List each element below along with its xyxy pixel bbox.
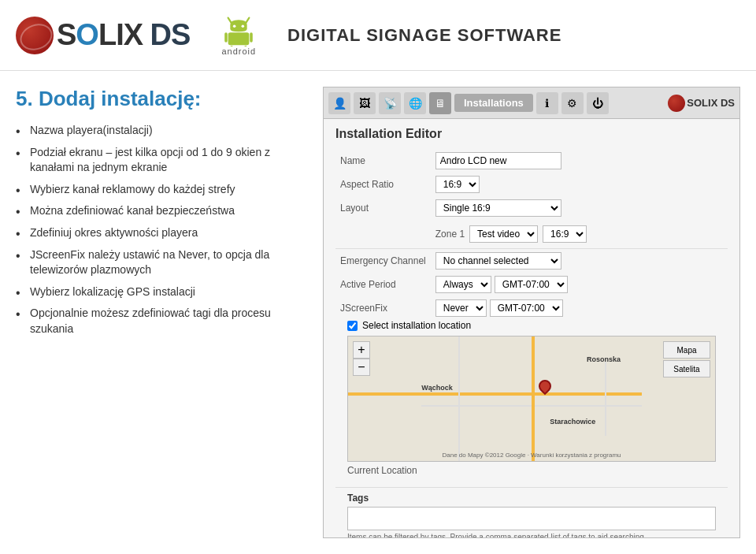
active-tz-select[interactable]: GMT-07:00 bbox=[495, 276, 568, 293]
list-item: Opcjonalnie możesz zdefiniować tagi dla … bbox=[16, 306, 307, 336]
installations-tab[interactable]: Installations bbox=[454, 94, 533, 112]
solix-ds: DS bbox=[150, 18, 191, 52]
solix-globe-small-icon bbox=[668, 95, 685, 112]
list-item: Można zdefiniować kanał bezpieczeństwa bbox=[16, 203, 307, 219]
zone-label: Zone 1 bbox=[435, 229, 465, 240]
svg-rect-6 bbox=[250, 32, 253, 42]
app-title: DIGITAL SIGNAGE SOFTWARE bbox=[287, 25, 561, 46]
active-period-select[interactable]: Always bbox=[435, 276, 491, 293]
android-area: android bbox=[221, 15, 256, 56]
jscreenfix-row: JScreenFix Never GMT-07:00 bbox=[335, 296, 728, 320]
header: S O LIX DS bbox=[0, 0, 756, 71]
svg-point-2 bbox=[233, 24, 236, 28]
solix-lix: LIX bbox=[98, 18, 143, 52]
solix-text: S bbox=[57, 18, 76, 52]
layout-value-cell: Single 16:9 bbox=[431, 196, 728, 220]
power-icon[interactable]: ⏻ bbox=[587, 92, 609, 114]
zone-empty-label bbox=[335, 220, 431, 249]
city-wachock: Wąchock bbox=[421, 384, 453, 392]
list-item: Podział ekranu – jest kilka opcji od 1 d… bbox=[16, 145, 307, 176]
solix-logo: S O LIX DS bbox=[16, 17, 190, 54]
emergency-row: Emergency Channel No channel selected bbox=[335, 249, 728, 273]
list-item: Wybierz lokalizację GPS instalacji bbox=[16, 284, 307, 300]
list-item: Wybierz kanał reklamowy do każdej strefy bbox=[16, 182, 307, 198]
right-panel: 👤 🖼 📡 🌐 🖥 Installations ℹ ⚙ ⏻ SOLIX DS I… bbox=[323, 87, 740, 538]
list-item: JScreenFix należy ustawić na Never, to o… bbox=[16, 247, 307, 278]
name-input[interactable] bbox=[435, 152, 561, 169]
name-row: Name bbox=[335, 149, 728, 173]
map-view-controls: Mapa Satelita bbox=[663, 341, 710, 377]
main-content: 5. Dodaj instalację: Nazwa playera(insta… bbox=[0, 71, 756, 554]
logo-globe-icon bbox=[16, 17, 54, 54]
zone-row: Zone 1 Test video 16:9 bbox=[335, 220, 728, 249]
android-label: android bbox=[221, 46, 256, 56]
map-marker bbox=[539, 380, 551, 396]
checkbox-row: Select installation location bbox=[347, 320, 716, 331]
name-label: Name bbox=[335, 149, 431, 173]
map-zoom-out-button[interactable]: − bbox=[353, 359, 370, 376]
left-panel: 5. Dodaj instalację: Nazwa playera(insta… bbox=[16, 87, 307, 538]
person-icon[interactable]: 👤 bbox=[328, 92, 350, 114]
rss-icon[interactable]: 📡 bbox=[379, 92, 401, 114]
map-section: Select installation location Wąchock Sta… bbox=[335, 320, 728, 487]
current-location-label: Current Location bbox=[347, 462, 716, 479]
tags-label: Tags bbox=[347, 488, 716, 507]
form-table: Name Aspect Ratio 16:9 4:3 bbox=[335, 149, 728, 320]
map-zoom-in-button[interactable]: + bbox=[353, 341, 370, 359]
aspect-ratio-label: Aspect Ratio bbox=[335, 173, 431, 196]
solix-o: O bbox=[76, 18, 98, 52]
map-view-button[interactable]: Mapa bbox=[663, 341, 710, 359]
city-starachowice: Starachowice bbox=[550, 418, 595, 426]
emergency-value-cell: No channel selected bbox=[431, 249, 728, 273]
name-value-cell bbox=[431, 149, 728, 173]
map-footer: Dane do Mapy ©2012 Google · Warunki korz… bbox=[442, 452, 621, 459]
settings-icon[interactable]: ⚙ bbox=[561, 92, 584, 114]
logo-area: S O LIX DS bbox=[16, 15, 561, 56]
info-icon[interactable]: ℹ bbox=[536, 92, 558, 114]
aspect-ratio-value-cell: 16:9 4:3 bbox=[431, 173, 728, 196]
slide-title: 5. Dodaj instalację: bbox=[16, 87, 307, 111]
active-period-row: Active Period Always GMT-07:00 bbox=[335, 273, 728, 296]
bullet-list: Nazwa playera(instalacji) Podział ekranu… bbox=[16, 123, 307, 337]
map-container[interactable]: Wąchock Starachowice Rosonska + − bbox=[347, 336, 716, 462]
active-period-cell: Always GMT-07:00 bbox=[431, 273, 728, 296]
checkbox-label: Select installation location bbox=[362, 320, 471, 331]
list-item: Zdefiniuj okres aktywności playera bbox=[16, 225, 307, 241]
svg-point-3 bbox=[242, 24, 245, 28]
layout-label: Layout bbox=[335, 196, 431, 220]
tags-input[interactable] bbox=[347, 507, 716, 530]
toolbar: 👤 🖼 📡 🌐 🖥 Installations ℹ ⚙ ⏻ SOLIX DS bbox=[324, 87, 739, 119]
city-rosonska: Rosonska bbox=[587, 355, 621, 363]
layout-row: Layout Single 16:9 bbox=[335, 196, 728, 220]
aspect-ratio-row: Aspect Ratio 16:9 4:3 bbox=[335, 173, 728, 196]
solix-small-text: SOLIX DS bbox=[687, 97, 735, 109]
svg-rect-5 bbox=[224, 32, 228, 42]
map-marker-pin bbox=[536, 377, 554, 396]
zone-ratio-select[interactable]: 16:9 bbox=[543, 225, 587, 243]
tags-hint: Items can be filtered by tags. Provide a… bbox=[347, 533, 716, 537]
aspect-ratio-select[interactable]: 16:9 4:3 bbox=[435, 176, 480, 193]
editor-title: Installation Editor bbox=[335, 127, 728, 141]
jscreenfix-select[interactable]: Never bbox=[435, 299, 487, 317]
jscreenfix-label: JScreenFix bbox=[335, 296, 431, 320]
map-background: Wąchock Starachowice Rosonska + − bbox=[348, 336, 715, 461]
tags-section: Tags Items can be filtered by tags. Prov… bbox=[335, 487, 728, 537]
zone-channel-select[interactable]: Test video bbox=[469, 225, 538, 243]
globe-icon[interactable]: 🌐 bbox=[404, 92, 426, 114]
image-icon[interactable]: 🖼 bbox=[354, 92, 376, 114]
satellite-view-button[interactable]: Satelita bbox=[663, 360, 710, 377]
emergency-select[interactable]: No channel selected bbox=[435, 252, 561, 270]
jscreenfix-tz-select[interactable]: GMT-07:00 bbox=[490, 299, 563, 317]
emergency-label: Emergency Channel bbox=[335, 249, 431, 273]
map-zoom-controls: + − bbox=[353, 341, 370, 376]
svg-rect-4 bbox=[228, 32, 250, 45]
list-item: Nazwa playera(instalacji) bbox=[16, 123, 307, 139]
editor-body: Installation Editor Name Aspect Ratio bbox=[324, 119, 739, 537]
monitor-icon[interactable]: 🖥 bbox=[429, 92, 451, 114]
solix-logo-small: SOLIX DS bbox=[668, 95, 735, 112]
layout-select[interactable]: Single 16:9 bbox=[435, 199, 561, 217]
jscreenfix-cell: Never GMT-07:00 bbox=[431, 296, 728, 320]
location-checkbox[interactable] bbox=[347, 321, 358, 331]
android-icon bbox=[223, 15, 254, 46]
zone-cell: Zone 1 Test video 16:9 bbox=[431, 220, 728, 249]
